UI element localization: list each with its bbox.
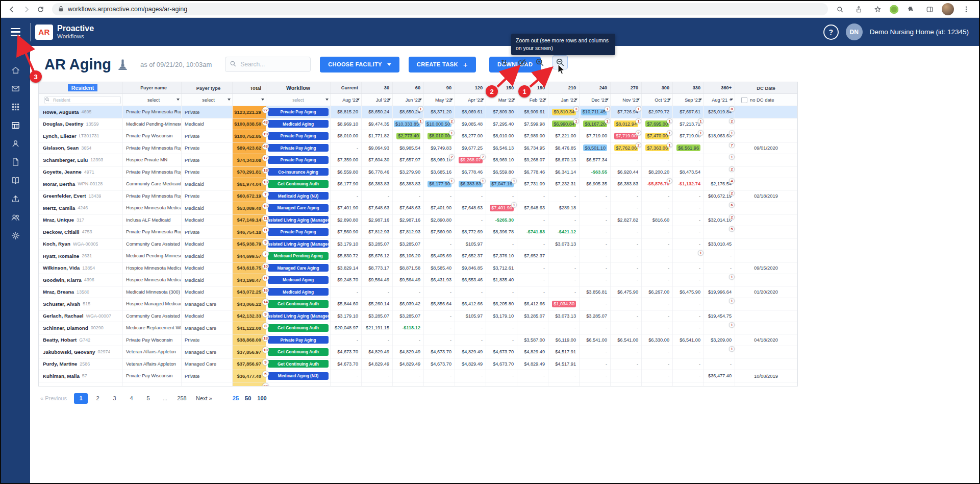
month-filter-dec-21[interactable]: Dec '21	[580, 94, 611, 106]
workflow-badge[interactable]: Medicaid Pending Aging	[268, 252, 329, 260]
workflow-badge[interactable]: Private Pay Aging	[268, 108, 329, 116]
hide-columns-eye-off-icon[interactable]	[517, 57, 527, 67]
column-header-300[interactable]: 300	[642, 82, 673, 93]
table-row[interactable]: Jakubowski, Geovany02974Veteran Affairs …	[39, 346, 797, 358]
column-header-270[interactable]: 270	[611, 82, 642, 93]
resident-filter-input[interactable]	[44, 96, 121, 104]
workflow-badge[interactable]: Private Pay Aging	[268, 132, 329, 140]
column-header-total[interactable]: Total	[233, 82, 266, 93]
table-row[interactable]: Wilkinson, Vida13854Hospice Minnesota Me…	[39, 262, 797, 275]
workflow-badge[interactable]: Get Continuing Auth	[268, 300, 329, 308]
table-row[interactable]: Howe, Augusta4695Private Pay Minnesota R…	[39, 106, 797, 118]
workflow-badge[interactable]: Managed Care Aging	[268, 204, 329, 212]
table-row[interactable]: Beatty, HobartG742Private Pay WisconsinP…	[39, 334, 797, 347]
workflow-badge[interactable]: Private Pay Aging	[268, 156, 329, 164]
column-header-workflow[interactable]: Workflow	[266, 82, 331, 93]
column-header-current[interactable]: Current	[331, 82, 362, 93]
pagination-page-2[interactable]: 2	[91, 393, 105, 404]
column-header-payer-type[interactable]: Payer type	[182, 82, 233, 93]
table-row[interactable]: Gerlach, RachaelWGA-00007Community Care …	[39, 310, 797, 323]
month-filter-may-22[interactable]: May '22	[424, 94, 455, 106]
table-row[interactable]: Schinner, Diamond00290Medicare Replaceme…	[39, 322, 797, 334]
payer-name-filter[interactable]: select	[123, 94, 182, 106]
column-header-payer-name[interactable]: Payer name	[123, 82, 182, 93]
column-header-120[interactable]: 120	[455, 82, 486, 93]
no-dc-date-filter[interactable]: no DC date	[735, 94, 797, 106]
sidebar-item-table-icon[interactable]	[10, 119, 21, 131]
table-row[interactable]: Goyette, Jeanne4971Private Pay Minnesota…	[39, 166, 797, 179]
no-dc-date-checkbox[interactable]	[741, 97, 747, 103]
month-filter-jan-22[interactable]: Jan '22	[548, 94, 580, 106]
sort-icon[interactable]	[499, 57, 509, 67]
table-row[interactable]: Douglas, Destiny13559Medicaid Pending-Mi…	[39, 118, 797, 131]
sidebar-item-book-icon[interactable]	[10, 175, 21, 186]
table-row[interactable]: Goodwin, Kiarra4396Hospice Minnesota Med…	[39, 274, 797, 286]
table-row[interactable]: Purdy, Martine2586Veteran Affairs Applet…	[39, 358, 797, 371]
menu-toggle[interactable]	[1, 18, 30, 46]
workflow-badge[interactable]: Medicaid Aging	[268, 288, 329, 296]
browser-back-button[interactable]	[5, 3, 18, 16]
global-search[interactable]	[225, 57, 311, 72]
browser-forward-button[interactable]	[19, 3, 33, 16]
column-header-240[interactable]: 240	[580, 82, 611, 93]
month-filter-apr-22[interactable]: Apr '22	[455, 94, 486, 106]
table-row[interactable]: Greenfelder, Evert13439Private Pay Minne…	[39, 190, 797, 203]
month-filter-aug-21[interactable]: Aug '21 +	[704, 94, 735, 106]
zoom-out-icon[interactable]	[552, 55, 568, 69]
month-filter-aug-22[interactable]: Aug '22	[331, 94, 362, 106]
workflow-badge[interactable]: Get Continuing Auth	[268, 348, 329, 356]
search-input[interactable]	[239, 60, 306, 68]
sidebar-item-people-icon[interactable]	[10, 211, 21, 223]
sidebar-item-file-icon[interactable]	[10, 156, 21, 167]
table-row[interactable]: Lynch, EliezerLT301731Private Pay Wiscon…	[39, 130, 797, 142]
table-row[interactable]: Schamberger, Lulu12393Hospice Private MN…	[39, 154, 797, 166]
address-bar[interactable]: workflows.arproactive.com/pages/ar-aging	[52, 3, 828, 15]
workflow-badge[interactable]: Private Pay Aging	[268, 336, 329, 344]
extensions-puzzle-icon[interactable]	[904, 3, 917, 16]
table-row[interactable]: Hyatt, Romaine2631Medicaid Pending-Minne…	[39, 250, 797, 262]
month-filter-oct-21[interactable]: Oct '21	[642, 94, 673, 106]
user-avatar[interactable]: DN	[846, 23, 863, 40]
table-row[interactable]: Schuster, Alvah515Hospice Managed Medica…	[39, 298, 797, 310]
workflow-badge[interactable]: Assisted Living Aging (Managed)	[268, 312, 329, 320]
column-header-360[interactable]: 360+	[704, 82, 735, 93]
sidebar-item-mail-icon[interactable]	[10, 83, 21, 94]
sidebar-item-gear-icon[interactable]	[10, 230, 21, 241]
workflow-badge[interactable]: Get Continuing Auth	[268, 180, 329, 188]
column-header-dc-date[interactable]: DC Date	[735, 82, 797, 93]
side-panel-icon[interactable]	[923, 3, 936, 16]
month-filter-nov-21[interactable]: Nov '21	[611, 94, 642, 106]
browser-menu-icon[interactable]	[960, 3, 973, 16]
workflow-badge[interactable]: Co-Insurance Aging	[268, 168, 329, 176]
workflow-filter[interactable]: select	[266, 94, 331, 106]
column-header-90[interactable]: 90	[424, 82, 455, 93]
browser-share-icon[interactable]	[852, 3, 865, 16]
column-header-60[interactable]: 60	[393, 82, 424, 93]
pagination-page-5[interactable]: 5	[141, 393, 155, 404]
workflow-badge[interactable]: Medicaid Aging	[268, 120, 329, 128]
month-filter-sep-21[interactable]: Sep '21	[673, 94, 704, 106]
resident-filter[interactable]	[39, 94, 123, 106]
choose-facility-button[interactable]: CHOOSE FACILITY	[320, 57, 399, 72]
table-row[interactable]: Deckow, Citlalli4753Private Pay Minnesot…	[39, 226, 797, 238]
create-task-button[interactable]: CREATE TASK+	[409, 57, 476, 72]
column-header-330[interactable]: 330	[673, 82, 704, 93]
total-filter[interactable]	[233, 94, 266, 106]
workflow-badge[interactable]: Medicaid Aging	[268, 276, 329, 284]
table-row[interactable]: Mertz, Camila4246Hospice Minnesota Medic…	[39, 202, 797, 214]
pagination-page-4[interactable]: 4	[124, 393, 138, 404]
help-button[interactable]: ?	[823, 25, 839, 40]
sidebar-item-apps-icon[interactable]	[10, 101, 21, 112]
workflow-badge[interactable]: Private Pay Aging	[268, 144, 329, 152]
pagination-next[interactable]: Next »	[196, 395, 212, 401]
pagination-page-258[interactable]: 258	[175, 393, 189, 404]
pagination-page-3[interactable]: 3	[108, 393, 121, 404]
browser-zoom-icon[interactable]	[833, 3, 846, 16]
table-row[interactable]: Mraz, Unique317Inclusa ALF MedicaidMedic…	[39, 214, 797, 227]
column-header-resident[interactable]: Resident	[39, 82, 123, 93]
zoom-in-icon[interactable]	[535, 57, 545, 67]
extension-icon-green[interactable]	[890, 5, 898, 14]
table-row[interactable]: Koch, RyanWGA-00005Community Care Assist…	[39, 238, 797, 251]
sidebar-item-home-icon[interactable]	[10, 64, 21, 76]
month-filter-jul-22[interactable]: Jul '22	[362, 94, 393, 106]
